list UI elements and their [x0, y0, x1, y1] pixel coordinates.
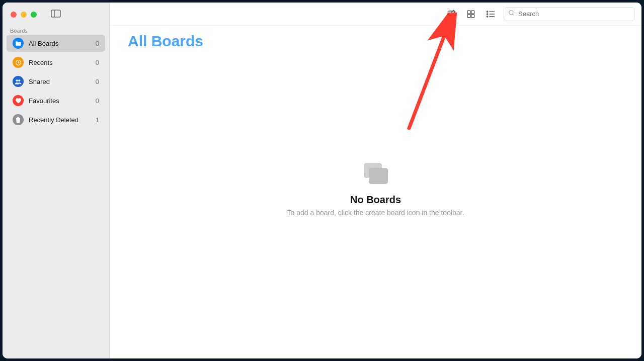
sidebar-item-count: 1 [96, 116, 99, 124]
sidebar-section-label: Boards [3, 25, 109, 35]
toggle-sidebar-button[interactable] [51, 10, 61, 20]
grid-view-button[interactable] [464, 8, 477, 21]
svg-rect-6 [467, 11, 470, 14]
empty-state-subtitle: To add a board, click the create board i… [287, 209, 464, 217]
fullscreen-window-button[interactable] [31, 12, 37, 18]
list-icon [486, 10, 496, 18]
sidebar-item-favourites[interactable]: Favourites 0 [7, 92, 105, 109]
sidebar-icon [51, 10, 61, 18]
empty-state-title: No Boards [350, 194, 401, 206]
people-icon [13, 76, 24, 87]
sidebar-item-count: 0 [96, 40, 99, 47]
svg-rect-7 [471, 11, 474, 14]
svg-point-10 [487, 11, 488, 12]
empty-state: No Boards To add a board, click the crea… [110, 35, 641, 343]
boards-stack-icon [362, 162, 390, 188]
sidebar-item-shared[interactable]: Shared 0 [7, 73, 105, 90]
sidebar-item-label: All Boards [29, 40, 58, 47]
svg-point-16 [509, 10, 513, 14]
clock-icon [13, 57, 24, 68]
search-input[interactable] [518, 10, 630, 18]
window-controls [3, 3, 109, 25]
svg-rect-9 [471, 14, 474, 17]
svg-point-12 [487, 13, 488, 14]
trash-icon [13, 114, 24, 125]
app-window: Boards All Boards 0 Recents 0 Shared 0 [3, 3, 641, 358]
main-area: All Boards No Boards To add a board, cli… [110, 3, 641, 358]
folder-icon [13, 38, 24, 49]
compose-icon [447, 9, 456, 19]
svg-point-4 [18, 79, 20, 81]
sidebar-item-recents[interactable]: Recents 0 [7, 54, 105, 71]
grid-icon [466, 10, 475, 19]
sidebar-item-label: Shared [29, 78, 50, 85]
sidebar-item-count: 0 [96, 59, 99, 66]
sidebar-item-count: 0 [96, 78, 99, 85]
search-field[interactable] [504, 7, 634, 21]
svg-rect-0 [51, 10, 60, 17]
search-icon [508, 10, 515, 19]
sidebar-item-label: Recents [29, 59, 53, 66]
sidebar-item-count: 0 [96, 97, 99, 105]
close-window-button[interactable] [11, 12, 17, 18]
list-view-button[interactable] [484, 8, 498, 20]
svg-line-17 [513, 14, 514, 15]
heart-icon [13, 95, 24, 106]
sidebar-item-all-boards[interactable]: All Boards 0 [7, 35, 105, 52]
svg-point-14 [487, 16, 488, 17]
sidebar-item-recently-deleted[interactable]: Recently Deleted 1 [7, 111, 105, 128]
sidebar-item-label: Favourites [29, 97, 59, 105]
sidebar-item-label: Recently Deleted [29, 116, 78, 124]
toolbar [110, 3, 641, 26]
svg-rect-19 [369, 168, 388, 184]
svg-rect-8 [467, 14, 470, 17]
svg-rect-5 [448, 11, 454, 18]
sidebar: Boards All Boards 0 Recents 0 Shared 0 [3, 3, 110, 358]
svg-point-3 [16, 79, 18, 81]
minimize-window-button[interactable] [21, 12, 27, 18]
new-board-button[interactable] [445, 7, 458, 21]
